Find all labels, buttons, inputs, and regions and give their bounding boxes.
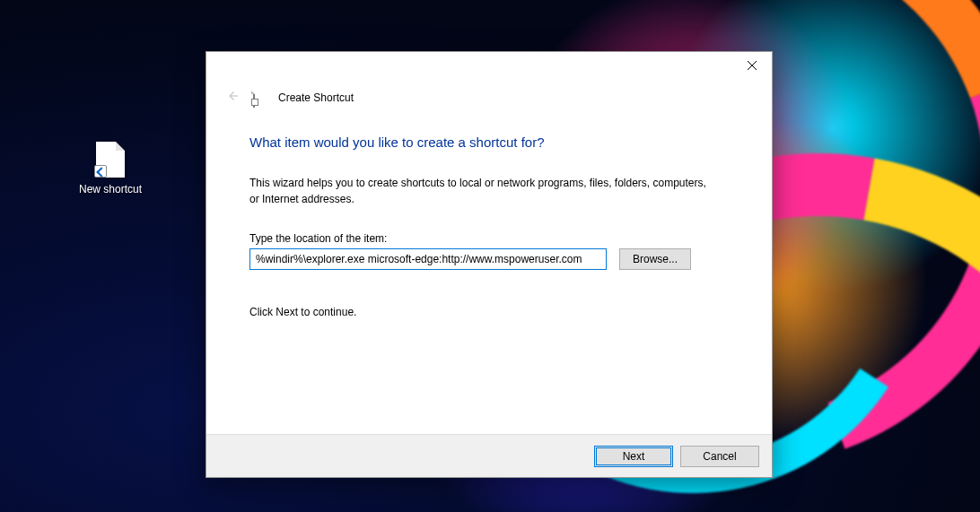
back-button — [224, 88, 241, 108]
close-icon — [748, 61, 757, 70]
dialog-titlebar[interactable] — [206, 52, 772, 82]
shortcut-overlay-icon — [94, 165, 107, 178]
desktop-shortcut-new[interactable]: New shortcut — [76, 142, 144, 195]
wizard-title: Create Shortcut — [278, 91, 354, 104]
shortcut-wizard-icon — [253, 91, 266, 104]
next-button[interactable]: Next — [594, 446, 673, 467]
close-button[interactable] — [731, 52, 772, 79]
location-input[interactable] — [249, 248, 607, 270]
desktop-icon-label: New shortcut — [76, 183, 144, 195]
desktop-background: New shortcut Create Shortcut What item w… — [0, 0, 980, 512]
browse-button[interactable]: Browse... — [619, 248, 691, 270]
create-shortcut-dialog: Create Shortcut What item would you like… — [206, 51, 773, 478]
dialog-content: What item would you like to create a sho… — [206, 108, 772, 434]
dialog-header: Create Shortcut — [206, 88, 772, 108]
continue-hint: Click Next to continue. — [249, 306, 729, 318]
dialog-footer: Next Cancel — [206, 434, 772, 477]
wizard-description: This wizard helps you to create shortcut… — [249, 175, 716, 207]
location-label: Type the location of the item: — [249, 232, 729, 245]
wizard-heading: What item would you like to create a sho… — [249, 135, 729, 150]
cancel-button[interactable]: Cancel — [680, 446, 759, 467]
back-arrow-icon — [224, 88, 241, 104]
